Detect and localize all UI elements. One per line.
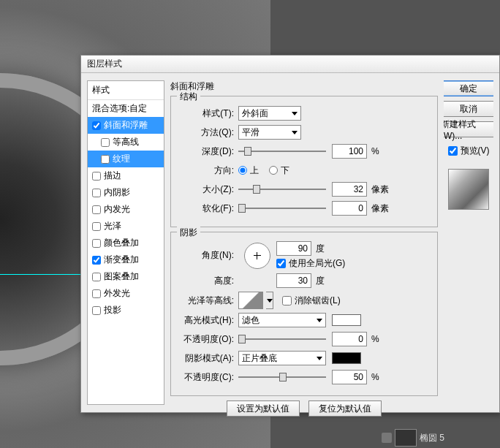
style-texture[interactable]: 纹理 — [88, 151, 164, 167]
layer-thumb — [395, 429, 417, 447]
depth-slider[interactable] — [238, 145, 326, 158]
caret-icon — [317, 319, 322, 322]
guide-line — [0, 274, 88, 275]
contour-caret[interactable] — [266, 292, 273, 309]
shadow-opacity-input[interactable] — [332, 370, 367, 384]
layer-name: 椭圆 5 — [420, 432, 444, 444]
shadow-opacity-label: 不透明度(C): — [178, 371, 238, 384]
highlight-color-swatch[interactable] — [332, 314, 361, 326]
reset-default-button[interactable]: 复位为默认值 — [308, 400, 382, 417]
highlight-mode-select[interactable]: 滤色 — [238, 313, 326, 327]
style-drop-shadow[interactable]: 投影 — [88, 302, 164, 319]
altitude-unit: 度 — [316, 275, 325, 287]
soften-input[interactable] — [332, 201, 367, 216]
angle-label: 角度(N): — [178, 249, 238, 262]
soften-slider[interactable] — [238, 202, 326, 215]
contour-checkbox[interactable] — [101, 138, 110, 147]
direction-down-radio[interactable] — [269, 166, 278, 175]
style-stroke[interactable]: 描边 — [88, 167, 164, 184]
new-style-button[interactable]: 新建样式(W)... — [444, 121, 493, 137]
gloss-contour[interactable] — [238, 292, 263, 309]
angle-unit: 度 — [316, 243, 325, 255]
preview-thumb — [448, 169, 489, 210]
inner-glow-checkbox[interactable] — [92, 205, 101, 214]
altitude-label: 高度: — [178, 275, 238, 287]
style-contour[interactable]: 等高线 — [88, 134, 164, 151]
color-overlay-checkbox[interactable] — [92, 239, 101, 248]
altitude-input[interactable] — [276, 273, 311, 288]
highlight-mode-label: 高光模式(H): — [178, 314, 238, 327]
gloss-label: 光泽等高线: — [178, 295, 238, 307]
depth-input[interactable] — [332, 144, 367, 159]
soften-label: 软化(F): — [178, 202, 238, 215]
dialog-buttons: 确定 取消 新建样式(W)... 预览(V) — [444, 80, 493, 405]
dialog-title: 图层样式 — [87, 58, 122, 70]
caret-icon — [317, 357, 322, 360]
angle-widget[interactable] — [244, 243, 270, 269]
dialog-titlebar[interactable]: 图层样式 — [81, 56, 499, 73]
layers-panel: 椭圆 5 — [380, 428, 497, 448]
caret-icon — [292, 112, 298, 115]
styles-list: 样式 混合选项:自定 斜面和浮雕 等高线 纹理 描边 内阴影 内发光 光泽 颜色… — [87, 80, 164, 405]
style-color-overlay[interactable]: 颜色叠加 — [88, 235, 164, 251]
shadow-color-swatch[interactable] — [332, 352, 361, 364]
style-inner-glow[interactable]: 内发光 — [88, 201, 164, 218]
structure-legend: 结构 — [177, 91, 200, 103]
direction-label: 方向: — [178, 164, 238, 177]
ok-button[interactable]: 确定 — [444, 80, 493, 96]
settings-panel: 斜面和浮雕 结构 样式(T): 外斜面 方法(Q): 平滑 深度(D): % — [170, 80, 438, 405]
highlight-opacity-label: 不透明度(O): — [178, 333, 238, 346]
style-gradient-overlay[interactable]: 渐变叠加 — [88, 251, 164, 268]
satin-checkbox[interactable] — [92, 222, 101, 231]
highlight-opacity-slider[interactable] — [238, 333, 326, 346]
section-title: 斜面和浮雕 — [170, 80, 438, 93]
style-pattern-overlay[interactable]: 图案叠加 — [88, 268, 164, 285]
style-outer-glow[interactable]: 外发光 — [88, 285, 164, 302]
size-unit: 像素 — [371, 183, 389, 196]
size-input[interactable] — [332, 182, 367, 197]
shadow-mode-label: 阴影模式(A): — [178, 352, 238, 365]
drop-shadow-checkbox[interactable] — [92, 306, 101, 315]
style-blend-options[interactable]: 混合选项:自定 — [88, 100, 164, 117]
depth-unit: % — [371, 146, 379, 156]
caret-icon — [292, 131, 298, 134]
style-inner-shadow[interactable]: 内阴影 — [88, 184, 164, 201]
preview-checkbox[interactable] — [448, 146, 458, 156]
style-label: 样式(T): — [178, 107, 238, 120]
shadow-mode-select[interactable]: 正片叠底 — [238, 351, 326, 365]
technique-label: 方法(Q): — [178, 126, 238, 139]
technique-select[interactable]: 平滑 — [238, 125, 301, 140]
percent-unit: % — [371, 372, 379, 382]
pattern-overlay-checkbox[interactable] — [92, 273, 101, 281]
size-slider[interactable] — [238, 183, 326, 196]
shading-legend: 阴影 — [177, 227, 200, 239]
shadow-opacity-slider[interactable] — [238, 371, 326, 384]
bevel-checkbox[interactable] — [92, 121, 101, 130]
style-satin[interactable]: 光泽 — [88, 218, 164, 235]
stroke-checkbox[interactable] — [92, 172, 101, 181]
antialias-checkbox[interactable] — [282, 296, 292, 305]
outer-glow-checkbox[interactable] — [92, 289, 101, 298]
soften-unit: 像素 — [371, 202, 389, 215]
layer-style-dialog: 图层样式 样式 混合选项:自定 斜面和浮雕 等高线 纹理 描边 内阴影 内发光 … — [80, 55, 500, 413]
texture-checkbox[interactable] — [101, 155, 110, 164]
visibility-icon[interactable] — [382, 433, 392, 443]
depth-label: 深度(D): — [178, 145, 238, 158]
make-default-button[interactable]: 设置为默认值 — [227, 400, 300, 417]
shading-fieldset: 阴影 角度(N): 度 使用全局光(G) — [170, 232, 438, 396]
structure-fieldset: 结构 样式(T): 外斜面 方法(Q): 平滑 深度(D): % 方向: — [170, 96, 438, 227]
direction-up-radio[interactable] — [238, 166, 247, 175]
highlight-opacity-input[interactable] — [332, 332, 367, 346]
gradient-overlay-checkbox[interactable] — [92, 256, 101, 265]
size-label: 大小(Z): — [178, 183, 238, 196]
layer-row[interactable]: 椭圆 5 — [380, 428, 497, 448]
style-bevel[interactable]: 斜面和浮雕 — [88, 117, 164, 134]
angle-input[interactable] — [276, 241, 311, 256]
percent-unit: % — [371, 334, 379, 344]
inner-shadow-checkbox[interactable] — [92, 189, 101, 197]
cancel-button[interactable]: 取消 — [444, 101, 493, 117]
global-light-checkbox[interactable] — [276, 259, 286, 268]
style-select[interactable]: 外斜面 — [238, 106, 301, 121]
styles-header[interactable]: 样式 — [88, 81, 164, 100]
